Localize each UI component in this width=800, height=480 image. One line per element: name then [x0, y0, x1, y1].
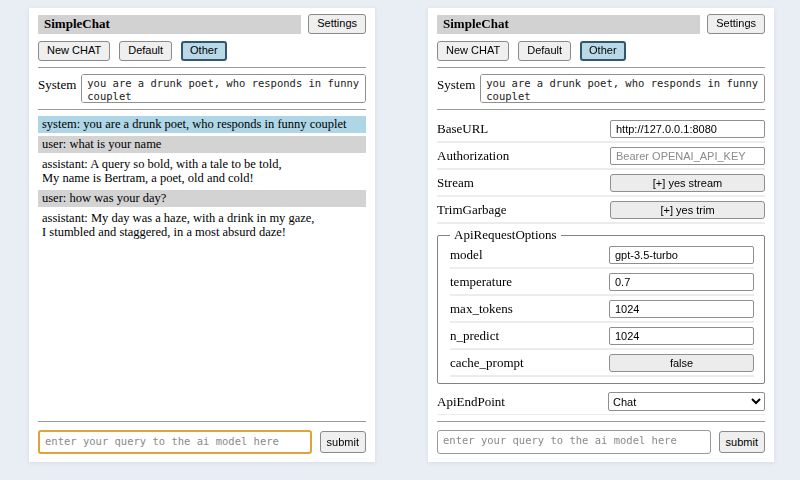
session-other-button[interactable]: Other: [181, 41, 227, 61]
stream-toggle-button[interactable]: [+] yes stream: [610, 174, 765, 192]
chat-messages: system: you are a drunk poet, who respon…: [38, 115, 366, 415]
system-label: System: [437, 74, 475, 93]
chat-message-assistant: assistant: My day was a haze, with a dri…: [38, 210, 366, 241]
chat-message-assistant: assistant: A query so bold, with a tale …: [38, 156, 366, 187]
baseurl-label: BaseURL: [437, 121, 488, 137]
setting-row-cache-prompt: cache_prompt false: [450, 352, 754, 377]
divider: [38, 109, 366, 110]
n-predict-label: n_predict: [450, 328, 499, 344]
submit-button[interactable]: submit: [719, 431, 765, 453]
chat-message-user: user: how was your day?: [38, 190, 366, 207]
chat-message-system: system: you are a drunk poet, who respon…: [38, 116, 366, 133]
model-input[interactable]: [609, 246, 754, 264]
app-title: SimpleChat: [437, 15, 700, 34]
api-endpoint-label: ApiEndPoint: [437, 394, 505, 410]
divider: [38, 67, 366, 68]
settings-panel: SimpleChat Settings New CHAT Default Oth…: [428, 8, 774, 462]
app-title: SimpleChat: [38, 15, 301, 34]
setting-row-baseurl: BaseURL: [437, 118, 765, 143]
divider: [437, 109, 765, 110]
authorization-input[interactable]: [610, 147, 765, 165]
setting-row-trimgarbage: TrimGarbage [+] yes trim: [437, 199, 765, 224]
session-default-button[interactable]: Default: [119, 41, 172, 61]
new-chat-button[interactable]: New CHAT: [437, 41, 509, 61]
query-row: submit: [38, 430, 366, 454]
chat-message-user: user: what is your name: [38, 136, 366, 153]
query-row: submit: [437, 430, 765, 454]
setting-row-stream: Stream [+] yes stream: [437, 172, 765, 197]
page: SimpleChat Settings New CHAT Default Oth…: [0, 0, 800, 462]
query-input[interactable]: [38, 430, 312, 454]
trimgarbage-toggle-button[interactable]: [+] yes trim: [610, 201, 765, 219]
system-prompt-input[interactable]: you are a drunk poet, who responds in fu…: [81, 74, 366, 103]
trimgarbage-label: TrimGarbage: [437, 202, 507, 218]
system-prompt-row: System you are a drunk poet, who respond…: [38, 74, 366, 103]
temperature-label: temperature: [450, 274, 512, 290]
model-label: model: [450, 247, 483, 263]
system-prompt-row: System you are a drunk poet, who respond…: [437, 74, 765, 103]
settings-panel-header: SimpleChat Settings: [437, 14, 765, 34]
cache-prompt-toggle-button[interactable]: false: [609, 354, 754, 372]
divider: [437, 421, 765, 422]
divider: [38, 421, 366, 422]
new-chat-button[interactable]: New CHAT: [38, 41, 110, 61]
temperature-input[interactable]: [609, 273, 754, 291]
chat-panel-header: SimpleChat Settings: [38, 14, 366, 34]
settings-button[interactable]: Settings: [308, 14, 366, 34]
settings-list: BaseURL Authorization Stream [+] yes str…: [437, 115, 765, 415]
max-tokens-label: max_tokens: [450, 301, 513, 317]
divider: [437, 67, 765, 68]
system-prompt-input[interactable]: you are a drunk poet, who responds in fu…: [480, 74, 765, 103]
session-buttons: New CHAT Default Other: [38, 41, 366, 61]
setting-row-api-endpoint: ApiEndPoint Chat: [437, 390, 765, 415]
baseurl-input[interactable]: [610, 120, 765, 138]
session-buttons: New CHAT Default Other: [437, 41, 765, 61]
n-predict-input[interactable]: [609, 327, 754, 345]
setting-row-temperature: temperature: [450, 271, 754, 296]
settings-button[interactable]: Settings: [707, 14, 765, 34]
cache-prompt-label: cache_prompt: [450, 355, 524, 371]
system-label: System: [38, 74, 76, 93]
setting-row-n-predict: n_predict: [450, 325, 754, 350]
api-endpoint-select[interactable]: Chat: [608, 392, 765, 411]
stream-label: Stream: [437, 175, 474, 191]
setting-row-authorization: Authorization: [437, 145, 765, 170]
chat-panel: SimpleChat Settings New CHAT Default Oth…: [29, 8, 375, 462]
setting-row-max-tokens: max_tokens: [450, 298, 754, 323]
session-default-button[interactable]: Default: [518, 41, 571, 61]
submit-button[interactable]: submit: [320, 431, 366, 453]
api-request-options-fieldset: ApiRequestOptions model temperature max_…: [437, 227, 765, 384]
authorization-label: Authorization: [437, 148, 509, 164]
setting-row-model: model: [450, 244, 754, 269]
api-request-options-legend: ApiRequestOptions: [450, 227, 561, 243]
max-tokens-input[interactable]: [609, 300, 754, 318]
query-input[interactable]: [437, 430, 711, 454]
session-other-button[interactable]: Other: [580, 41, 626, 61]
